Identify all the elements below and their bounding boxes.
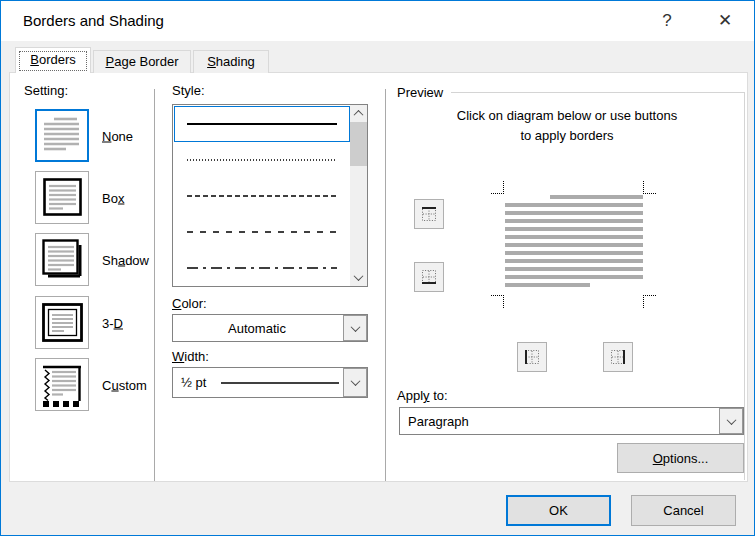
left-border-button[interactable] <box>517 342 547 372</box>
borders-and-shading-dialog: Borders and Shading ? ✕ Borders Page Bor… <box>0 0 755 536</box>
apply-to-value: Paragraph <box>400 408 717 434</box>
setting-option-shadow[interactable]: Shadow <box>35 233 155 286</box>
corner-mark <box>491 181 504 194</box>
preview-diagram[interactable] <box>480 173 670 318</box>
tab-borders[interactable]: Borders <box>15 47 91 73</box>
tab-page-border[interactable]: Page Border <box>93 50 191 73</box>
preview-text-line <box>505 251 643 255</box>
style-item-dashed-fine[interactable] <box>174 178 350 214</box>
preview-text-line <box>505 211 643 215</box>
ok-button[interactable]: OK <box>506 495 611 526</box>
chevron-down-icon <box>350 322 360 332</box>
setting-option-custom[interactable]: Custom <box>35 358 155 411</box>
preview-text-line <box>505 227 643 231</box>
preview-group-line <box>744 92 745 480</box>
ok-button-label: OK <box>549 503 568 518</box>
tab-shading-label: Shading <box>194 51 268 72</box>
chevron-down-icon <box>726 415 736 425</box>
preview-text-line <box>550 195 643 199</box>
width-dropdown-button[interactable] <box>343 368 367 397</box>
section-separator <box>385 89 386 481</box>
setting-label: Setting: <box>24 83 68 98</box>
color-dropdown-button[interactable] <box>343 315 367 341</box>
preview-text-line <box>505 275 643 279</box>
style-item-dashed-wide[interactable] <box>174 214 350 250</box>
bottom-border-button[interactable] <box>414 262 444 292</box>
setting-3d-icon <box>35 296 89 349</box>
style-listbox <box>172 104 368 287</box>
scrollbar-thumb[interactable] <box>350 122 367 166</box>
tab-shading[interactable]: Shading <box>193 50 269 73</box>
scroll-down-icon[interactable] <box>350 269 367 286</box>
chevron-down-icon <box>350 376 360 386</box>
preview-group-line <box>451 92 744 93</box>
preview-text-line <box>505 235 643 239</box>
setting-option-none[interactable]: None <box>35 109 155 162</box>
preview-text-line <box>505 243 643 247</box>
setting-option-3d[interactable]: 3-D <box>35 296 155 349</box>
apply-to-label: Apply to: <box>397 388 448 403</box>
apply-to-combobox[interactable]: Paragraph <box>399 407 744 435</box>
preview-instruction-1: Click on diagram below or use buttons <box>390 106 744 126</box>
setting-none-icon <box>35 109 89 162</box>
setting-none-label: None <box>102 128 133 143</box>
color-label: Color: <box>172 296 207 311</box>
left-border-icon <box>523 348 541 366</box>
setting-custom-label: Custom <box>102 377 147 392</box>
preview-label: Preview <box>397 85 443 100</box>
help-icon[interactable]: ? <box>646 1 688 41</box>
style-item-dash-dot[interactable] <box>174 250 350 286</box>
tab-page-border-label: Page Border <box>94 51 190 72</box>
style-label: Style: <box>172 83 205 98</box>
right-border-button[interactable] <box>603 342 633 372</box>
apply-to-dropdown-button[interactable] <box>719 408 743 434</box>
preview-text-line <box>505 219 643 223</box>
setting-shadow-label: Shadow <box>102 252 149 267</box>
setting-box-icon <box>35 171 89 224</box>
scroll-up-icon[interactable] <box>350 105 367 122</box>
bottom-border-icon <box>420 268 438 286</box>
preview-instruction-2: to apply borders <box>390 126 744 146</box>
color-value: Automatic <box>173 315 341 341</box>
cancel-button-label: Cancel <box>663 503 703 518</box>
color-combobox[interactable]: Automatic <box>172 314 368 342</box>
cancel-button[interactable]: Cancel <box>631 495 736 526</box>
borders-tab-page: Setting: None <box>9 72 748 482</box>
width-combobox[interactable]: ½ pt <box>172 367 368 398</box>
width-line-sample <box>221 382 339 384</box>
title-bar: Borders and Shading ? ✕ <box>1 1 754 41</box>
preview-text-line <box>505 203 643 207</box>
setting-box-label: Box <box>102 190 124 205</box>
style-item-dotted[interactable] <box>174 142 350 178</box>
setting-3d-label: 3-D <box>102 315 123 330</box>
width-label: Width: <box>172 349 209 364</box>
options-button-label: Options... <box>653 451 709 466</box>
options-button[interactable]: Options... <box>617 443 744 473</box>
dialog-title: Borders and Shading <box>23 1 164 41</box>
close-icon[interactable]: ✕ <box>704 1 746 41</box>
preview-text-line <box>505 283 590 287</box>
setting-shadow-icon <box>35 233 89 286</box>
corner-mark <box>491 295 504 308</box>
top-border-icon <box>420 205 438 223</box>
style-scrollbar[interactable] <box>350 105 367 286</box>
preview-text-line <box>505 267 643 271</box>
corner-mark <box>643 295 656 308</box>
corner-mark <box>643 181 656 194</box>
tab-borders-label: Borders <box>16 48 90 72</box>
preview-text-line <box>505 259 643 263</box>
setting-custom-icon <box>35 358 89 411</box>
top-border-button[interactable] <box>414 199 444 229</box>
style-item-solid[interactable] <box>174 106 350 142</box>
right-border-icon <box>609 348 627 366</box>
setting-option-box[interactable]: Box <box>35 171 155 224</box>
